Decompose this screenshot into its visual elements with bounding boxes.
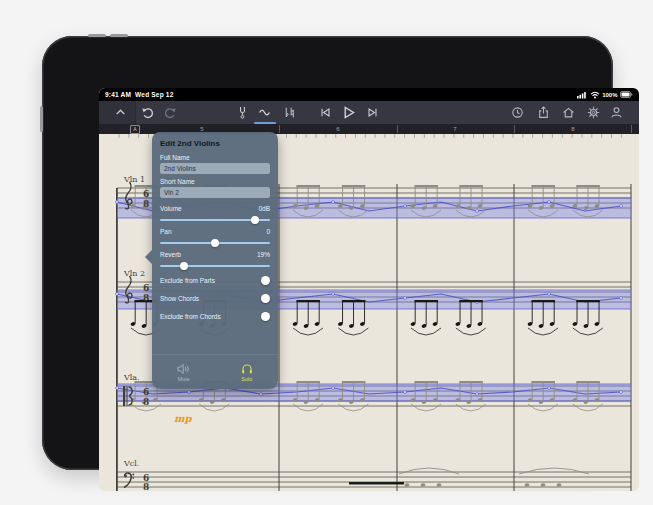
ruler-separator [514, 125, 515, 133]
undo-icon[interactable] [141, 106, 154, 119]
app-screen: 9:41 AM Wed Sep 12 100% [99, 88, 639, 491]
exclude-from-parts-toggle[interactable] [261, 276, 270, 285]
popup-title: Edit 2nd Violins [160, 139, 270, 148]
staff-label-vln1: Vln 1 [123, 175, 145, 184]
volume-value: 0dB [258, 205, 270, 212]
ruler-separator [631, 125, 632, 133]
slur-tool-icon[interactable] [258, 106, 271, 119]
tuning-fork-icon[interactable] [236, 106, 249, 119]
speaker-icon [177, 363, 190, 375]
skip-back-icon[interactable] [319, 106, 332, 119]
dynamic-marking-mp: mp [174, 413, 193, 425]
show-chords-label: Show Chords [160, 295, 199, 302]
volume-down-button [110, 34, 128, 37]
edit-instrument-popup: Edit 2nd Violins Full Name 2nd Violins S… [152, 132, 278, 389]
pan-slider[interactable] [160, 242, 270, 244]
svg-text:6: 6 [143, 387, 149, 397]
battery-percent: 100% [602, 92, 617, 98]
reverb-slider-knob[interactable] [180, 262, 188, 270]
signal-bars-icon [577, 91, 587, 99]
redo-icon[interactable] [164, 106, 177, 119]
status-bar: 9:41 AM Wed Sep 12 100% [99, 88, 639, 101]
main-toolbar [99, 101, 639, 124]
full-name-label: Full Name [160, 154, 270, 161]
measure-number: 8 [571, 126, 574, 132]
time-signature: 68 68 68 68 [143, 189, 149, 491]
measure-number: 5 [200, 126, 203, 132]
battery-icon [620, 91, 633, 98]
wifi-icon [590, 91, 600, 99]
reverb-slider[interactable] [160, 265, 270, 267]
status-time: 9:41 AM [105, 91, 131, 98]
staff-label-vcl: Vcl. [123, 459, 139, 468]
home-icon[interactable] [562, 106, 575, 119]
svg-text:8: 8 [143, 293, 149, 303]
svg-text:6: 6 [143, 283, 149, 293]
exclude-from-chords-label: Exclude from Chords [160, 313, 221, 320]
mute-button[interactable]: Mute [177, 363, 190, 382]
svg-text:8: 8 [143, 482, 149, 491]
play-icon[interactable] [341, 105, 356, 120]
share-icon[interactable] [537, 106, 550, 119]
volume-slider[interactable] [160, 219, 270, 221]
short-name-label: Short Name [160, 178, 270, 185]
status-date: Wed Sep 12 [135, 91, 173, 98]
account-person-icon[interactable] [610, 106, 623, 119]
svg-text:8: 8 [143, 199, 149, 209]
pan-label: Pan [160, 228, 172, 235]
rehearsal-marker[interactable]: A [130, 125, 140, 134]
volume-slider-knob[interactable] [251, 216, 259, 224]
svg-text:6: 6 [143, 189, 149, 199]
full-name-input[interactable]: 2nd Violins [160, 163, 270, 174]
svg-text:8: 8 [143, 397, 149, 407]
show-chords-toggle[interactable] [261, 294, 270, 303]
measure-number: 6 [336, 126, 339, 132]
exclude-from-chords-toggle[interactable] [261, 312, 270, 321]
chevron-up-icon[interactable] [114, 106, 127, 119]
pan-value: 0 [266, 228, 270, 235]
staff-label-vln2: Vln 2 [123, 269, 145, 278]
reverb-label: Reverb [160, 251, 181, 258]
skip-forward-icon[interactable] [366, 106, 379, 119]
side-button [40, 106, 43, 132]
volume-up-button [88, 34, 106, 37]
history-clock-icon[interactable] [511, 106, 524, 119]
pan-slider-knob[interactable] [211, 239, 219, 247]
toolbar-divider [135, 101, 136, 124]
ipad-device-frame: 9:41 AM Wed Sep 12 100% [42, 36, 613, 470]
exclude-from-parts-label: Exclude from Parts [160, 277, 215, 284]
ruler-separator [279, 125, 280, 133]
popup-pointer-arrow [145, 250, 152, 264]
settings-gear-icon[interactable] [587, 106, 600, 119]
headphones-icon [241, 363, 253, 375]
bass-clef-icon [124, 473, 134, 487]
accidentals-icon[interactable] [283, 106, 296, 119]
ruler-separator [397, 125, 398, 133]
staff-label-vla: Vla. [123, 373, 140, 382]
volume-label: Volume [160, 205, 182, 212]
solo-button[interactable]: Solo [241, 363, 253, 382]
measure-number: 7 [453, 126, 456, 132]
reverb-value: 19% [257, 251, 270, 258]
short-name-input[interactable]: Vln 2 [160, 187, 270, 198]
